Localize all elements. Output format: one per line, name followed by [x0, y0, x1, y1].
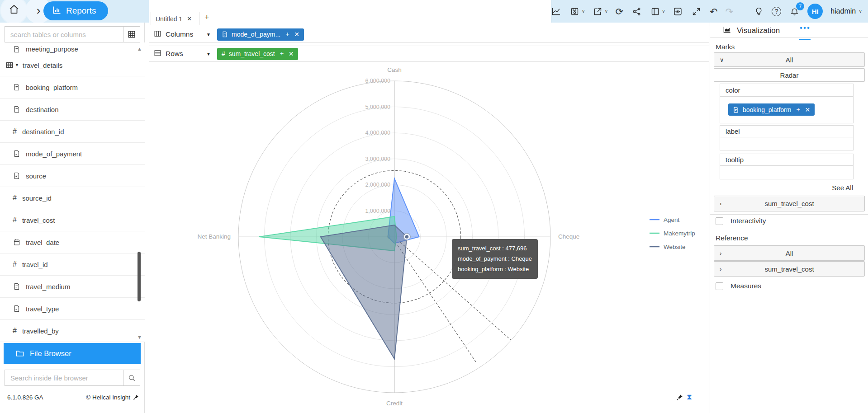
copyright-label: © Helical Insight — [86, 394, 130, 401]
preview-eye-icon[interactable] — [673, 6, 683, 17]
field-row[interactable]: mode_of_payment — [0, 143, 145, 165]
tooltip-chip-zone[interactable] — [720, 166, 854, 179]
field-row[interactable]: source — [0, 165, 145, 187]
notifications-bell-icon[interactable]: 7 — [789, 6, 800, 17]
see-all-link[interactable]: See All — [832, 184, 853, 192]
chip-add-icon[interactable]: ＋ — [795, 106, 801, 114]
scroll-up-icon[interactable]: ▲ — [137, 46, 142, 52]
lightbulb-icon[interactable] — [753, 6, 764, 17]
search-icon[interactable] — [123, 370, 140, 386]
chip-remove-icon[interactable]: ✕ — [294, 31, 299, 38]
tables-search-input[interactable] — [5, 26, 123, 42]
field-row[interactable]: booking_platform — [0, 76, 145, 99]
hourglass-icon[interactable]: ⧗ — [687, 393, 692, 402]
help-icon[interactable]: ? — [772, 7, 781, 16]
undo-icon[interactable]: ↶ — [710, 7, 718, 16]
add-tab-button[interactable]: + — [204, 13, 209, 22]
date-field-icon — [13, 239, 20, 246]
chip-remove-icon[interactable]: ✕ — [289, 50, 294, 57]
field-row[interactable]: travel_type — [0, 298, 145, 320]
pin-icon[interactable] — [133, 394, 139, 401]
field-row[interactable]: travel_date — [0, 231, 145, 253]
user-menu-caret-icon[interactable]: ˅ — [859, 9, 862, 14]
reference-all-bar[interactable]: › All — [714, 245, 865, 261]
color-chip-booking-platform[interactable]: booking_platform ＋ ✕ — [728, 103, 815, 116]
notification-badge: 7 — [796, 2, 804, 10]
file-browser-button[interactable]: File Browser — [4, 343, 141, 364]
chip-remove-icon[interactable]: ✕ — [805, 106, 810, 113]
collapse-icon[interactable]: ▼ — [15, 63, 19, 67]
field-row[interactable]: #travelled_by — [0, 320, 145, 342]
marks-all-bar[interactable]: ∨ All — [714, 52, 865, 67]
scroll-down-icon[interactable]: ▼ — [137, 334, 142, 340]
pin-chart-icon[interactable] — [676, 394, 683, 401]
export-icon[interactable] — [593, 6, 603, 17]
svg-text:1,000,000: 1,000,000 — [365, 208, 390, 214]
trend-chart-icon[interactable] — [551, 6, 562, 17]
field-row[interactable]: meeting_purpose — [0, 42, 145, 54]
measures-label: Measures — [730, 282, 761, 290]
svg-text:Website: Website — [664, 244, 686, 250]
reports-button[interactable]: Reports — [43, 1, 108, 20]
field-row[interactable]: #travel_cost — [0, 209, 145, 231]
color-section-header: color — [720, 84, 854, 97]
bar-chart-icon — [52, 5, 62, 17]
measures-checkbox[interactable] — [716, 282, 723, 290]
field-label: travel_type — [26, 305, 59, 313]
redo-icon[interactable]: ↷ — [726, 7, 734, 16]
tab-close-icon[interactable]: ✕ — [187, 15, 192, 22]
fullscreen-icon[interactable] — [691, 6, 702, 17]
field-label: travelled_by — [22, 327, 59, 335]
interactivity-row: Interactivity — [716, 217, 766, 225]
columns-shelf-head[interactable]: Columns ▼ — [149, 30, 216, 39]
interactivity-checkbox[interactable] — [716, 217, 723, 225]
marks-measure-bar[interactable]: › sum_travel_cost — [714, 196, 865, 211]
reference-measure-bar[interactable]: › sum_travel_cost — [714, 261, 865, 277]
save-caret-icon[interactable]: ˅ — [582, 9, 585, 14]
number-field-icon: # — [13, 260, 17, 268]
text-field-icon — [13, 106, 20, 113]
svg-text:5,000,000: 5,000,000 — [365, 104, 390, 110]
avatar[interactable]: HI — [807, 4, 823, 19]
svg-text:Credit: Credit — [386, 400, 403, 407]
svg-text:Cheque: Cheque — [558, 233, 579, 240]
radar-series-website[interactable] — [321, 225, 407, 359]
scrollbar-thumb[interactable] — [138, 252, 141, 301]
field-row[interactable]: #destination_id — [0, 121, 145, 143]
field-label: travel_id — [22, 261, 48, 268]
columns-dropdown-icon[interactable]: ▼ — [206, 32, 211, 37]
columns-shelf: Columns ▼ mode_of_paym... ＋ ✕ — [149, 26, 709, 43]
layout-caret-icon[interactable]: ˅ — [662, 9, 665, 14]
label-chip-zone[interactable] — [720, 137, 854, 150]
field-row[interactable]: #source_id — [0, 187, 145, 209]
file-browser-search-input[interactable] — [5, 370, 123, 386]
radar-chart-canvas[interactable]: 01,000,0002,000,0003,000,0004,000,0005,0… — [149, 62, 709, 413]
share-icon[interactable] — [631, 6, 642, 17]
layout-icon[interactable] — [650, 6, 660, 17]
rows-chip-sum-travel-cost[interactable]: # sum_travel_cost ＋ ✕ — [217, 48, 298, 60]
rows-shelf-head[interactable]: Rows ▼ — [149, 49, 216, 59]
export-caret-icon[interactable]: ˅ — [605, 9, 608, 14]
field-row[interactable]: destination — [0, 99, 145, 121]
text-field-icon — [222, 31, 228, 38]
table-row-travel-details[interactable]: ▼travel_details — [0, 54, 145, 76]
chevron-right-icon: › — [720, 266, 721, 272]
field-label: destination — [26, 106, 59, 113]
chip-add-icon[interactable]: ＋ — [284, 30, 290, 38]
refresh-icon[interactable]: ⟳ — [615, 7, 623, 16]
reports-label: Reports — [66, 6, 96, 16]
chip-add-icon[interactable]: ＋ — [279, 50, 285, 58]
save-icon[interactable] — [569, 6, 580, 17]
username-label[interactable]: hiadmin — [830, 7, 856, 15]
grid-view-button[interactable] — [123, 26, 140, 42]
field-row[interactable]: travel_medium — [0, 276, 145, 298]
chart-type-bar[interactable]: Radar — [714, 68, 865, 82]
tooltip-line: mode_of_payment : Cheque — [458, 254, 532, 264]
tab-untitled-1[interactable]: Untitled 1 ✕ — [151, 12, 199, 25]
rows-dropdown-icon[interactable]: ▼ — [206, 52, 211, 56]
more-options-icon[interactable]: ••• — [800, 23, 811, 33]
home-button[interactable] — [1, 0, 27, 23]
field-row[interactable]: #travel_id — [0, 253, 145, 276]
columns-chip-mode-of-payment[interactable]: mode_of_paym... ＋ ✕ — [217, 28, 304, 41]
svg-text:Makemytrip: Makemytrip — [664, 230, 695, 237]
